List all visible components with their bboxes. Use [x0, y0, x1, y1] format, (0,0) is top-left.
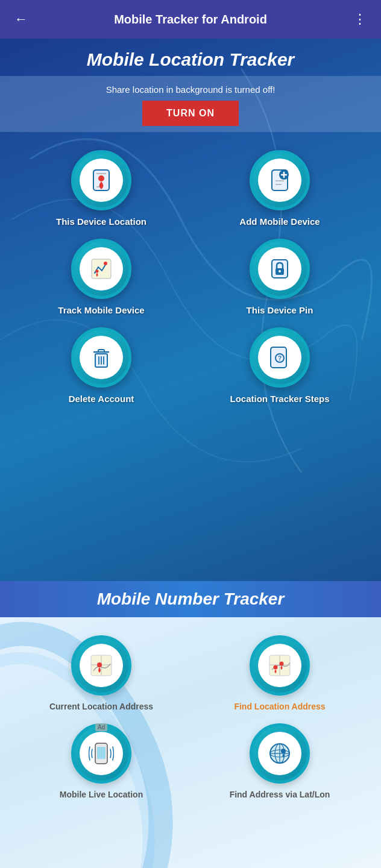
location-tracker-title: Mobile Location Tracker — [0, 39, 381, 76]
number-tracker-menu-grid: Current Location Address — [0, 617, 381, 817]
app-bar-title: Mobile Tracker for Android — [33, 13, 348, 27]
menu-button[interactable]: ⋮ — [348, 9, 371, 30]
svg-point-11 — [104, 262, 107, 265]
ad-badge: Ad — [95, 723, 107, 731]
find-address-via-latlon-icon — [258, 732, 301, 775]
svg-rect-19 — [98, 350, 104, 352]
current-location-address-item[interactable]: Current Location Address — [18, 635, 184, 711]
location-tracker-steps-item[interactable]: ? Location Tracker Steps — [197, 327, 363, 404]
this-device-location-icon-circle — [71, 150, 131, 210]
turn-on-button[interactable]: TURN ON — [142, 101, 239, 126]
delete-account-item[interactable]: Delete Account — [18, 327, 184, 404]
svg-rect-10 — [92, 259, 111, 278]
notification-bar: Share location in background is turned o… — [0, 76, 381, 132]
this-device-location-icon — [80, 159, 123, 202]
location-tracker-steps-icon: ? — [258, 336, 301, 379]
svg-point-16 — [279, 270, 281, 272]
location-tracker-steps-label: Location Tracker Steps — [230, 394, 329, 404]
track-mobile-device-icon-circle — [71, 239, 131, 299]
app-bar: ← Mobile Tracker for Android ⋮ — [0, 0, 381, 39]
find-location-address-icon-circle — [250, 635, 310, 696]
svg-point-27 — [97, 662, 102, 667]
svg-rect-32 — [97, 747, 105, 759]
add-mobile-device-item[interactable]: Add Mobile Device — [197, 150, 363, 227]
svg-point-30 — [280, 662, 284, 666]
mobile-live-location-icon — [80, 732, 123, 775]
current-location-address-label: Current Location Address — [49, 702, 153, 711]
mobile-live-location-item[interactable]: Ad Mobile Live Location — [18, 723, 184, 799]
number-tracker-header: Mobile Number Tracker — [0, 581, 381, 617]
svg-point-38 — [281, 749, 286, 753]
delete-account-icon — [80, 336, 123, 379]
this-device-pin-icon — [258, 247, 301, 291]
svg-point-1 — [98, 175, 104, 181]
back-button[interactable]: ← — [10, 9, 33, 30]
number-tracker-title: Mobile Number Tracker — [0, 590, 381, 609]
track-mobile-device-label: Track Mobile Device — [58, 305, 144, 315]
svg-point-29 — [274, 665, 278, 670]
notification-text: Share location in background is turned o… — [12, 84, 369, 95]
this-device-location-label: This Device Location — [56, 216, 146, 227]
find-address-via-latlon-label: Find Address via Lat/Lon — [230, 790, 330, 799]
this-device-pin-icon-circle — [250, 239, 310, 299]
svg-text:?: ? — [278, 355, 282, 362]
track-mobile-device-item[interactable]: Track Mobile Device — [18, 239, 184, 315]
delete-account-icon-circle — [71, 327, 131, 388]
location-tracker-steps-icon-circle: ? — [250, 327, 310, 388]
this-device-pin-label: This Device Pin — [247, 305, 313, 315]
find-location-address-label: Find Location Address — [234, 702, 325, 711]
this-device-location-item[interactable]: This Device Location — [18, 150, 184, 227]
add-mobile-device-label: Add Mobile Device — [239, 216, 320, 227]
mobile-live-location-label: Mobile Live Location — [60, 790, 143, 799]
this-device-pin-item[interactable]: This Device Pin — [197, 239, 363, 315]
location-menu-grid: This Device Location Add Mobile Device — [0, 132, 381, 422]
number-tracker-section: Mobile Number Tracker — [0, 581, 381, 868]
find-location-address-icon — [258, 644, 301, 687]
current-location-address-icon-circle — [71, 635, 131, 696]
location-tracker-section: Mobile Location Tracker Share location i… — [0, 39, 381, 581]
add-mobile-device-icon — [258, 159, 301, 202]
find-location-address-item[interactable]: Find Location Address — [197, 635, 363, 711]
current-location-address-icon — [80, 644, 123, 687]
delete-account-label: Delete Account — [69, 394, 134, 404]
mobile-live-location-icon-circle — [71, 723, 131, 784]
svg-point-13 — [96, 270, 99, 273]
add-mobile-device-icon-circle — [250, 150, 310, 210]
find-address-via-latlon-icon-circle — [250, 723, 310, 784]
track-mobile-device-icon — [80, 247, 123, 291]
find-address-via-latlon-item[interactable]: Find Address via Lat/Lon — [197, 723, 363, 799]
